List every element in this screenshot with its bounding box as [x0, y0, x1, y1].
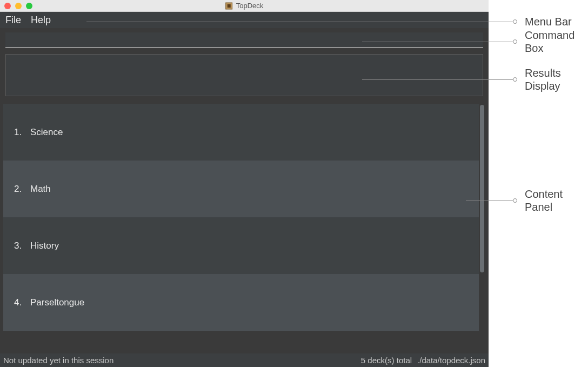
status-deck-count: 5 deck(s) total	[361, 356, 412, 365]
annotation: Content Panel	[466, 192, 563, 209]
deck-index: 4.	[14, 297, 30, 308]
deck-index: 2.	[14, 184, 30, 195]
deck-index: 3.	[14, 241, 30, 251]
maximize-icon[interactable]	[26, 3, 32, 9]
annotation-label: Box	[525, 42, 574, 55]
list-item[interactable]: 1. Science	[3, 104, 479, 161]
list-item[interactable]: 2. Math	[3, 161, 479, 217]
status-bar: Not updated yet in this session 5 deck(s…	[0, 353, 489, 367]
svg-rect-1	[228, 4, 231, 8]
annotation: Results Display	[362, 71, 561, 88]
deck-name: Science	[30, 127, 63, 138]
app-icon	[225, 2, 233, 10]
annotation: Menu Bar	[86, 14, 572, 30]
window-controls	[0, 3, 32, 9]
deck-name: Math	[30, 184, 51, 195]
menu-help[interactable]: Help	[31, 15, 51, 26]
annotation-label: Content	[525, 188, 563, 201]
minimize-icon[interactable]	[15, 3, 22, 9]
annotation-label: Results	[525, 66, 561, 79]
window-title: TopDeck	[236, 2, 264, 10]
annotation-label: Menu Bar	[525, 15, 572, 28]
annotation-label: Display	[525, 79, 561, 92]
annotation: Command Box	[362, 34, 574, 50]
status-left: Not updated yet in this session	[3, 356, 113, 365]
close-icon[interactable]	[4, 3, 11, 9]
status-path: ./data/topdeck.json	[417, 356, 485, 365]
app-window: TopDeck File Help 1. Science 2. Math 3. …	[0, 0, 489, 367]
window-title-wrap: TopDeck	[225, 2, 264, 10]
annotation-label: Panel	[525, 201, 563, 213]
deck-index: 1.	[14, 127, 30, 138]
annotation-label: Command	[525, 29, 574, 42]
list-item[interactable]: 3. History	[3, 217, 479, 274]
content-panel: 1. Science 2. Math 3. History 4. Parselt…	[2, 103, 486, 352]
titlebar: TopDeck	[0, 0, 489, 12]
list-item[interactable]: 4. Parseltongue	[3, 274, 479, 331]
deck-name: History	[30, 241, 59, 251]
deck-name: Parseltongue	[30, 297, 84, 308]
scrollbar-thumb[interactable]	[480, 105, 484, 272]
scrollbar[interactable]	[480, 105, 484, 350]
menu-file[interactable]: File	[5, 15, 21, 26]
